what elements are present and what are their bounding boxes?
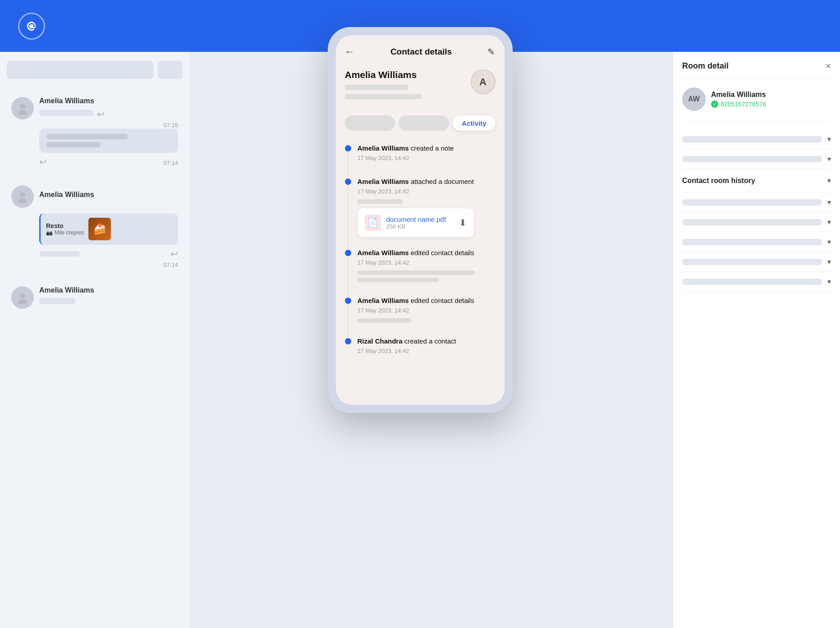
- dropdown-row-6[interactable]: ▾: [682, 252, 831, 272]
- avatar-3: [11, 286, 34, 309]
- activity-line-4: [348, 304, 349, 336]
- chat-bubble-1a: [39, 110, 93, 116]
- activity-dot-3: [345, 250, 351, 256]
- activity-item-4: Amelia Williams edited contact details 1…: [345, 296, 496, 325]
- dropdown-row-2[interactable]: ▾: [682, 149, 831, 169]
- back-button[interactable]: ←: [345, 46, 355, 58]
- chat-bubble-3: [39, 298, 75, 304]
- chat-time-1: 07:16: [39, 122, 178, 128]
- activity-text-1: Amelia Williams created a note: [358, 143, 454, 153]
- message-line-1b: [46, 142, 101, 147]
- activity-content-2: Amelia Williams attached a document 17 M…: [358, 177, 474, 237]
- svg-point-5: [18, 299, 27, 304]
- chat-content-3: Amelia Williams: [39, 286, 178, 307]
- activity-date-2: 17 May 2023, 14:42: [358, 188, 474, 195]
- chevron-down-icon-6: ▾: [827, 257, 831, 266]
- activity-content-3: Amelia Williams edited contact details 1…: [358, 248, 475, 285]
- room-avatar: AW: [682, 87, 706, 111]
- app-logo: [18, 13, 45, 40]
- activity-text-2: Amelia Williams attached a document: [358, 177, 474, 186]
- svg-point-0: [20, 104, 25, 109]
- svg-point-3: [18, 198, 27, 203]
- search-bar: [7, 61, 183, 79]
- activity-content-4: Amelia Williams edited contact details 1…: [358, 296, 474, 325]
- phone-contact-avatar: A: [471, 69, 496, 94]
- reply-icon-3: ↩: [170, 248, 178, 259]
- contact-line-1: [345, 85, 408, 90]
- download-icon[interactable]: ⬇: [459, 217, 467, 228]
- svg-point-4: [20, 293, 25, 298]
- search-button-placeholder[interactable]: [158, 61, 183, 79]
- document-card[interactable]: 📄 document name.pdf 256 KB ⬇: [358, 208, 474, 237]
- contact-line-2: [345, 94, 422, 99]
- doc-details: document name.pdf 256 KB: [386, 215, 446, 230]
- tab-placeholder-2[interactable]: [399, 115, 449, 131]
- chevron-down-icon-2: ▾: [827, 155, 831, 163]
- dropdown-bar-7: [682, 279, 822, 285]
- chevron-down-icon-5: ▾: [827, 238, 831, 246]
- activity-dot-5: [345, 338, 351, 344]
- room-detail-header: Room detail ×: [682, 61, 831, 78]
- chat-time-3: 07:14: [39, 261, 178, 268]
- phone-contact-section: Amelia Williams A: [336, 65, 505, 110]
- activity-extra-line-3b: [358, 278, 439, 282]
- activity-dot-4: [345, 298, 351, 304]
- contact-room-history-label: Contact room history: [682, 177, 755, 185]
- doc-info: 📄 document name.pdf 256 KB: [365, 215, 446, 231]
- dropdown-row-5[interactable]: ▾: [682, 232, 831, 252]
- edit-button[interactable]: ✎: [487, 46, 495, 57]
- activity-extra-line-3a: [358, 270, 475, 275]
- activity-content-1: Amelia Williams created a note 17 May 20…: [358, 143, 454, 166]
- dropdown-bar-4: [682, 219, 822, 225]
- right-room-panel: Room detail × AW Amelia Williams ✓ 62851…: [673, 52, 840, 628]
- activity-item-2: Amelia Williams attached a document 17 M…: [345, 177, 496, 237]
- room-contact-phone: ✓ 6285167276576: [711, 101, 766, 108]
- activity-line-2: [348, 185, 349, 248]
- activity-text-3: Amelia Williams edited contact details: [358, 248, 475, 257]
- chat-item-2[interactable]: Amelia Williams Resto 📷 Mile crepres 🍰 ↩…: [7, 179, 183, 275]
- contact-room-history-section[interactable]: Contact room history ▾: [682, 169, 831, 193]
- room-contact-details: Amelia Williams ✓ 6285167276576: [711, 91, 766, 108]
- activity-item-1: Amelia Williams created a note 17 May 20…: [345, 143, 496, 166]
- chat-name-1: Amelia Williams: [39, 97, 178, 105]
- dropdown-bar-3: [682, 199, 822, 206]
- activity-date-1: 17 May 2023, 14:42: [358, 155, 454, 161]
- reply-icon-1: ↩: [97, 109, 105, 119]
- room-detail-title: Room detail: [682, 61, 729, 71]
- dropdown-row-1[interactable]: ▾: [682, 129, 831, 149]
- message-bubble-1: [39, 128, 178, 153]
- chat-item-1[interactable]: Amelia Williams ↩ 07:16 ↩ 07:14: [7, 90, 183, 174]
- dropdown-row-3[interactable]: ▾: [682, 193, 831, 212]
- search-input-placeholder[interactable]: [7, 61, 153, 79]
- activity-extra-line-4: [358, 318, 412, 323]
- dropdown-row-4[interactable]: ▾: [682, 212, 831, 232]
- chevron-down-icon-4: ▾: [827, 218, 831, 226]
- svg-point-2: [20, 192, 25, 197]
- chat-name-2: Amelia Williams: [39, 191, 94, 199]
- avatar-2: [11, 185, 34, 208]
- chat-content-1: Amelia Williams ↩ 07:16 ↩ 07:14: [39, 97, 178, 167]
- phone-mockup: ← Contact details ✎ Amelia Williams A Ac…: [328, 27, 513, 413]
- activity-dot-2: [345, 179, 351, 185]
- activity-item-3: Amelia Williams edited contact details 1…: [345, 248, 496, 285]
- activity-line-3: [348, 256, 349, 296]
- resto-title: Resto: [46, 222, 84, 229]
- phone-header: ← Contact details ✎: [336, 35, 505, 65]
- chat-name-3: Amelia Williams: [39, 286, 178, 294]
- close-button[interactable]: ×: [826, 61, 831, 71]
- activity-extra-line-2: [358, 199, 403, 204]
- room-contact-info: AW Amelia Williams ✓ 6285167276576: [682, 87, 831, 120]
- phone-tabs-row: Activity: [336, 110, 505, 136]
- chat-item-3[interactable]: Amelia Williams: [7, 280, 183, 316]
- tab-placeholder-1[interactable]: [345, 115, 395, 131]
- doc-size: 256 KB: [386, 223, 446, 230]
- activity-text-5: Rizal Chandra created a contact: [358, 336, 456, 346]
- reply-icon-2: ↩: [39, 156, 47, 167]
- activity-dot-1: [345, 145, 351, 151]
- chat-time-2: 07:14: [163, 160, 178, 166]
- phone-contact-name: Amelia Williams: [345, 69, 422, 80]
- dropdown-row-7[interactable]: ▾: [682, 272, 831, 292]
- activity-content-5: Rizal Chandra created a contact 17 May 2…: [358, 336, 456, 359]
- resto-card[interactable]: Resto 📷 Mile crepres 🍰: [39, 213, 178, 245]
- tab-activity[interactable]: Activity: [453, 115, 495, 131]
